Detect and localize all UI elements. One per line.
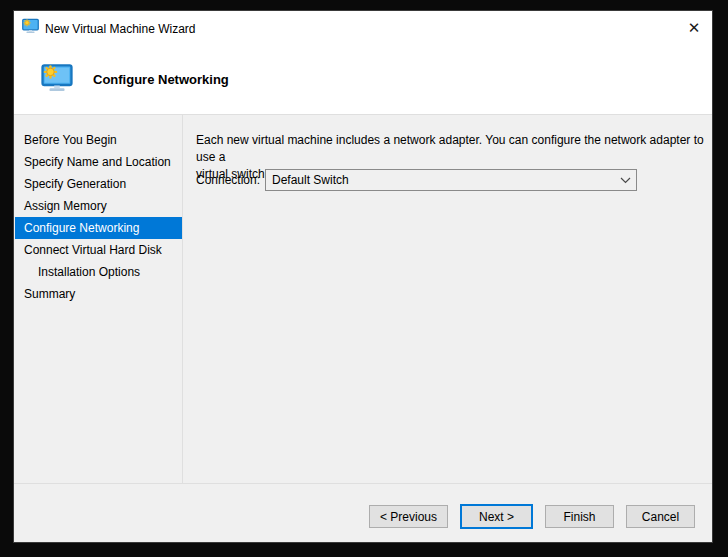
sidebar-item-connect-virtual-hard-disk[interactable]: Connect Virtual Hard Disk	[15, 239, 182, 261]
sidebar-item-configure-networking[interactable]: Configure Networking	[15, 217, 182, 239]
wizard-steps-sidebar: Before You Begin Specify Name and Locati…	[15, 129, 182, 305]
sidebar-item-installation-options[interactable]: Installation Options	[15, 261, 182, 283]
vm-monitor-icon	[22, 18, 39, 34]
sidebar-item-assign-memory[interactable]: Assign Memory	[15, 195, 182, 217]
footer-button-row: < Previous Next > Finish Cancel	[369, 505, 695, 529]
sidebar-item-summary[interactable]: Summary	[15, 283, 182, 305]
sidebar-item-specify-name-and-location[interactable]: Specify Name and Location	[15, 151, 182, 173]
connection-dropdown[interactable]: Default Switch	[265, 169, 637, 191]
connection-dropdown-value: Default Switch	[266, 173, 614, 187]
new-vm-wizard-dialog: New Virtual Machine Wizard ✕ Configure N…	[13, 10, 713, 543]
sidebar-item-specify-generation[interactable]: Specify Generation	[15, 173, 182, 195]
desktop-background: { "window": { "title": "New Virtual Mach…	[0, 0, 728, 557]
footer-divider	[14, 483, 712, 484]
chevron-down-icon	[614, 177, 636, 184]
previous-button[interactable]: < Previous	[369, 505, 448, 528]
close-icon[interactable]: ✕	[683, 17, 705, 39]
sidebar-divider	[182, 115, 183, 483]
finish-button[interactable]: Finish	[545, 505, 614, 528]
page-description-line1: Each new virtual machine includes a netw…	[196, 132, 712, 166]
connection-label: Connection:	[196, 173, 260, 187]
page-title: Configure Networking	[93, 72, 229, 87]
cancel-button[interactable]: Cancel	[626, 505, 695, 528]
next-button[interactable]: Next >	[460, 504, 533, 529]
window-title: New Virtual Machine Wizard	[45, 22, 196, 36]
sidebar-item-before-you-begin[interactable]: Before You Begin	[15, 129, 182, 151]
wizard-page-icon	[40, 64, 74, 92]
